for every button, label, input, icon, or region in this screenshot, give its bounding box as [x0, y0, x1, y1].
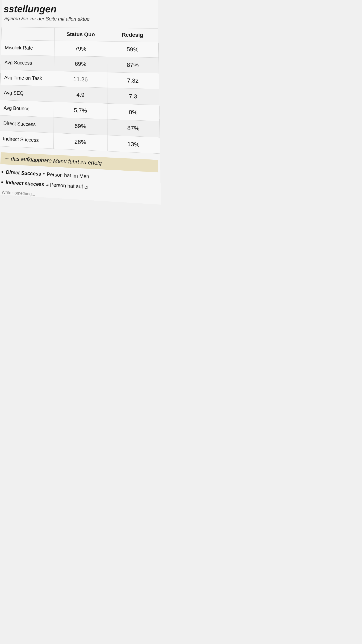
- table-cell-metric: Avg Success: [0, 55, 54, 71]
- table-cell-status-quo: 69%: [54, 56, 107, 72]
- bullet-item-bold: Indirect success: [6, 179, 44, 187]
- table-cell-status-quo: 26%: [53, 133, 107, 151]
- table-cell-redesign: 87%: [107, 119, 160, 137]
- table-cell-metric: Avg SEQ: [0, 85, 54, 102]
- top-section: sstellungen vigieren Sie zur der Seite m…: [1, 0, 158, 28]
- col-header-metric: [1, 27, 55, 41]
- table-row: Misclick Rate79%59%: [1, 40, 159, 58]
- table-cell-redesign: 7.3: [107, 88, 159, 105]
- table-header-row: Status Quo Redesig: [1, 27, 158, 42]
- table-cell-metric: Misclick Rate: [1, 40, 54, 56]
- col-header-redesign: Redesig: [107, 28, 158, 42]
- table-cell-status-quo: 79%: [54, 41, 107, 57]
- table-cell-metric: Direct Success: [0, 115, 54, 133]
- table-cell-redesign: 0%: [107, 104, 159, 121]
- table-cell-status-quo: 5,7%: [54, 102, 107, 120]
- table-body: Misclick Rate79%59%Avg Success69%87%Avg …: [0, 40, 160, 154]
- bullet-item-bold: Direct Success: [6, 169, 41, 177]
- table-wrapper: Status Quo Redesig Misclick Rate79%59%Av…: [0, 27, 160, 154]
- bullet-item-text: = Person hat im Men: [41, 171, 89, 180]
- table-cell-redesign: 87%: [107, 57, 159, 74]
- subtitle: vigieren Sie zur der Seite mit allen akt…: [1, 16, 152, 22]
- page-container: sstellungen vigieren Sie zur der Seite m…: [0, 0, 161, 204]
- page-title: sstellungen: [2, 4, 152, 15]
- metrics-table: Status Quo Redesig Misclick Rate79%59%Av…: [0, 27, 160, 154]
- table-cell-metric: Avg Time on Task: [0, 70, 54, 86]
- table-cell-metric: Avg Bounce: [0, 100, 54, 117]
- table-cell-status-quo: 4.9: [54, 86, 107, 104]
- table-cell-status-quo: 69%: [54, 117, 107, 135]
- table-cell-metric: Indirect Success: [0, 131, 54, 149]
- table-cell-status-quo: 11.26: [54, 71, 107, 88]
- col-header-status-quo: Status Quo: [54, 28, 107, 41]
- bullet-item-text: = Person hat auf ei: [44, 181, 88, 190]
- table-cell-redesign: 59%: [107, 41, 159, 58]
- table-cell-redesign: 7.32: [107, 72, 159, 89]
- bottom-section: → das aufklappbare Menü führt zu erfolg …: [0, 152, 161, 205]
- table-cell-redesign: 13%: [107, 135, 160, 154]
